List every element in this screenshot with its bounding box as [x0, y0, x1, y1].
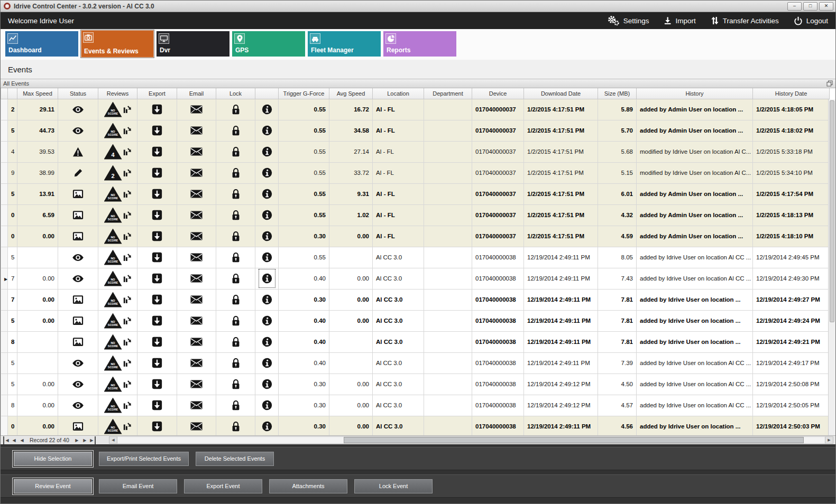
image-icon[interactable] [72, 337, 84, 347]
cell-department[interactable] [424, 331, 472, 352]
cell-size[interactable]: 5.68 [598, 141, 637, 162]
cell-avgSpeed[interactable]: 0.00 [329, 226, 373, 247]
cell-device[interactable]: 017040000037 [472, 183, 524, 204]
cell-downloadDate[interactable]: 12/19/2014 2:49:11 PM [524, 416, 598, 435]
lock-icon[interactable] [232, 146, 240, 157]
attachments-button[interactable]: Attachments [269, 479, 347, 493]
cell-status[interactable] [58, 99, 98, 120]
cell-location[interactable]: Al CC 3.0 [373, 289, 424, 310]
cell-info[interactable] [255, 204, 279, 226]
lock-icon[interactable] [232, 252, 240, 263]
cell-maxSpeed[interactable]: 39.53 [17, 141, 58, 162]
cell-id[interactable]: 0 [8, 226, 17, 247]
lock-icon[interactable] [232, 294, 240, 305]
email-icon[interactable] [190, 422, 203, 431]
export-icon[interactable] [152, 379, 162, 389]
cell-department[interactable] [424, 99, 472, 120]
cell-device[interactable]: 017040000037 [472, 226, 524, 247]
cell-trigger[interactable]: 0.40 [279, 352, 329, 374]
review-score-badge[interactable]: 2 [104, 165, 122, 181]
review-score-badge[interactable]: NO SCORE [104, 102, 122, 117]
cell-trigger[interactable]: 0.30 [279, 289, 329, 310]
review-chart-icon[interactable] [123, 400, 132, 410]
export-icon[interactable] [152, 210, 162, 220]
lock-icon[interactable] [232, 273, 240, 284]
cell-avgSpeed[interactable]: 0.00 [329, 395, 373, 416]
cell-trigger[interactable]: 0.30 [279, 416, 329, 435]
cell-status[interactable] [58, 331, 98, 352]
cell-email[interactable] [177, 352, 216, 374]
cell-location[interactable]: Al CC 3.0 [373, 395, 424, 416]
export-icon[interactable] [152, 400, 162, 410]
cell-id[interactable]: 4 [8, 141, 17, 162]
cell-historyDate[interactable]: 1/2/2015 4:18:02 PM [753, 120, 830, 141]
cell-downloadDate[interactable]: 12/19/2014 2:49:11 PM [524, 247, 598, 268]
lock-icon[interactable] [232, 231, 240, 241]
cell-avgSpeed[interactable]: 0.00 [329, 416, 373, 435]
cell-department[interactable] [424, 289, 472, 310]
image-icon[interactable] [72, 316, 84, 325]
cell-location[interactable]: Al CC 3.0 [373, 310, 424, 331]
cell-email[interactable] [177, 226, 216, 247]
cell-historyDate[interactable]: 1/2/2015 5:33:18 PM [753, 141, 830, 162]
cell-lock[interactable] [216, 141, 255, 162]
cell-department[interactable] [424, 268, 472, 289]
cell-lock[interactable] [216, 247, 255, 268]
cell-reviews[interactable]: NO SCORE [98, 395, 137, 416]
image-icon[interactable] [72, 189, 84, 199]
cell-device[interactable]: 017040000038 [472, 352, 524, 374]
cell-id[interactable]: 9 [8, 162, 17, 183]
cell-avgSpeed[interactable]: 0.00 [329, 310, 373, 331]
email-icon[interactable] [190, 338, 203, 346]
cell-ind[interactable] [1, 226, 8, 247]
cell-reviews[interactable]: NO SCORE [98, 268, 137, 289]
cell-status[interactable] [58, 226, 98, 247]
review-score-badge[interactable]: NO SCORE [104, 186, 122, 202]
cell-reviews[interactable]: NO SCORE [98, 204, 137, 226]
cell-maxSpeed[interactable]: 13.91 [17, 183, 58, 204]
settings-button[interactable]: Settings [607, 15, 649, 26]
cell-ind[interactable] [1, 374, 8, 395]
cell-history[interactable]: added by Idrive User on location Al CC .… [637, 395, 753, 416]
logout-button[interactable]: Logout [794, 16, 828, 25]
cell-location[interactable]: Al CC 3.0 [373, 247, 424, 268]
cell-export[interactable] [137, 204, 177, 226]
review-chart-icon[interactable] [123, 231, 132, 241]
col-header-location[interactable]: Location [373, 88, 424, 99]
email-icon[interactable] [190, 359, 203, 367]
export-icon[interactable] [152, 252, 162, 263]
cell-size[interactable]: 5.15 [598, 162, 637, 183]
tab-reports[interactable]: Reports [383, 31, 456, 57]
cell-downloadDate[interactable]: 12/19/2014 2:49:11 PM [524, 268, 598, 289]
email-icon[interactable] [190, 126, 203, 135]
col-header-trigger[interactable]: Trigger G-Force [279, 88, 329, 99]
review-score-badge[interactable]: NO SCORE [104, 398, 122, 413]
cell-device[interactable]: 017040000037 [472, 120, 524, 141]
info-icon[interactable] [262, 358, 272, 368]
cell-info[interactable] [255, 183, 279, 204]
review-chart-icon[interactable] [123, 210, 132, 220]
cell-trigger[interactable]: 0.40 [279, 268, 329, 289]
cell-status[interactable] [58, 141, 98, 162]
cell-device[interactable]: 017040000038 [472, 247, 524, 268]
cell-export[interactable] [137, 352, 177, 374]
cell-size[interactable]: 4.59 [598, 226, 637, 247]
image-icon[interactable] [72, 231, 84, 241]
cell-info[interactable] [255, 416, 279, 435]
cell-downloadDate[interactable]: 1/2/2015 4:17:51 PM [524, 99, 598, 120]
cell-reviews[interactable]: 4 [98, 141, 137, 162]
cell-department[interactable] [424, 204, 472, 226]
cell-reviews[interactable]: NO SCORE [98, 374, 137, 395]
cell-email[interactable] [177, 395, 216, 416]
cell-export[interactable] [137, 141, 177, 162]
review-score-badge[interactable]: NO SCORE [104, 419, 122, 434]
cell-device[interactable]: 017040000038 [472, 310, 524, 331]
cell-location[interactable]: Al CC 3.0 [373, 416, 424, 435]
cell-info[interactable] [255, 331, 279, 352]
cell-trigger[interactable]: 0.55 [279, 99, 329, 120]
cell-history[interactable]: added by Admin User on location ... [637, 183, 753, 204]
info-icon[interactable] [262, 315, 272, 326]
cell-maxSpeed[interactable]: 0.00 [17, 374, 58, 395]
delete-selected-events-button[interactable]: Delete Selected Events [196, 452, 274, 466]
prev-record-button[interactable]: ◀ [18, 436, 26, 444]
